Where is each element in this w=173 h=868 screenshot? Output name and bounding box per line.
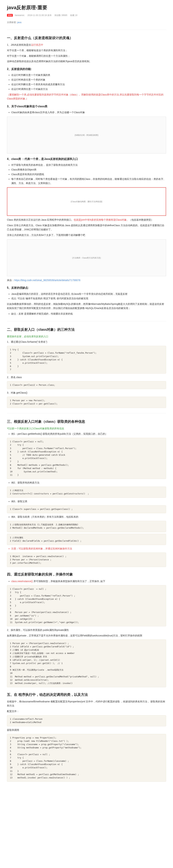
code-block-6: 1 Class<?> superclass = perClazz.getSupe… (7, 505, 166, 513)
highlight-text: 运行状态中 (31, 43, 43, 46)
code-block-7: 1 //获取当前类的所有方法 (1.只能是当前类 2.忽略访问修饰符限制) 2 … (7, 521, 166, 532)
code-block-3: 1 Person per = new Person(); 2 Class<?> … (7, 397, 166, 408)
paragraph: 1、JAVA反射机制是在运行状态中 (7, 43, 166, 47)
section-1-heading: 一、反射是什么（反射是框架设计的灵魂） (7, 35, 166, 41)
paragraph: 如果属性是private，正常情况下是不允许外界操作属性值，这里可以用Field… (7, 633, 166, 638)
list-item: 优点: 可以在 编译不知道类的 情况下使用, 使代码更加灵活自动的被实现 (11, 297, 166, 301)
category-label: 分类标签: (7, 21, 17, 24)
list-item-note: 注意：可以获取类的实例对象，并通过实例对象操作方法 (11, 547, 166, 551)
code-block-12: 1 classname=reflect.Person 2 methodname=… (7, 715, 166, 726)
code-block-10: 1 Class<?> perClazz = null ; 2 try { 3 p… (7, 585, 166, 626)
list-item: 在运行时调用任意一个对象的方法 (11, 87, 166, 91)
paragraph: 2、操作属性，可以操作类里面的 public属性和private属性 (7, 628, 166, 632)
divider (7, 413, 166, 413)
list-item: Class类是所有类的共同的图纸 (11, 173, 166, 177)
tip-text: 要想操作反射，必须先拿到反射的入口 (7, 335, 166, 339)
category-row: 分类标签: java (7, 21, 166, 24)
list-item: Java是编译再执行的语言，这样的语言并非是动态语言, 但Java有一个非常突出… (11, 292, 166, 296)
list-item: 在运行时判断任意一个对象所属的类 (11, 73, 166, 77)
list-item: 例2、获取所有的构造方法 (11, 481, 166, 485)
divider (7, 321, 166, 321)
code-block-2: 1 Class<?> perClazz2 = Person.class; (7, 381, 166, 389)
list-item: 缺点：反射 是需要解析才能完成的，性能要比非反射的低 (11, 312, 166, 316)
feature-list: 在运行时判断任意一个对象所属的类 在运行时构造任意一个类的对象 在运行时判断任意… (11, 73, 166, 91)
list-item: Class类继承自Object类 (11, 168, 166, 172)
list: 注意：可以获取类的实例对象，并通过实例对象操作方法 (11, 547, 166, 551)
list-item: 例1：perClazz.getMethods() 获取此类的所有public方法… (11, 432, 166, 436)
highlight-text: 也就是jvm中有N多的实例每个类都有该Class对象。 (74, 218, 129, 221)
list-item: 在运行时构造任意一个类的对象 (11, 78, 166, 82)
paragraph: Class 没有公共构造方法。Class 对象是在加载类时由 Java 虚拟机以… (7, 223, 166, 232)
source-link[interactable]: https://blog.csdn.net/sinat_38259539/art… (14, 279, 80, 282)
paragraph: 对于任意一个类，都能够知道这个类的所有属性和方法； (7, 49, 166, 53)
class-structure-diagram: [Class对象结构图 - 属性/方法/构造器] (7, 187, 166, 216)
list-item: 例3、获取父类 (11, 499, 166, 504)
paragraph: 3、对象.getClass() (7, 391, 166, 395)
list-item: 对于获取与类相关的各种信息， 提供了获取类信息的相关方法 (11, 163, 166, 167)
note-text: （要想解剖一个类,必须先要获取到该类的字节码文件对象（class）。而解剖使用的… (7, 93, 166, 101)
list: 对于获取与类相关的各种信息， 提供了获取类信息的相关方法 Class类继承自Ob… (11, 163, 166, 185)
code-block-4: 1 Class<?> perClazz = null; 2 try { 3 pe… (7, 438, 166, 479)
paragraph: 没有公共的构造方法，方法共有64个太多了。下面用到哪个就详解哪个吧 (7, 233, 166, 237)
highlight-text: class.newInstance() (11, 580, 33, 583)
paragraph: 配置文件： (7, 709, 166, 713)
loading-process-diagram: [加载的过程 - 类加载流程图] (7, 117, 166, 153)
paragraph: 对于任意一个对象，都能够调用它的任意一个方法和属性； (7, 54, 166, 58)
post-date: 2018-11-30 21:00:18 发布 (27, 14, 52, 17)
section-2-heading: 二、获取反射入口（class对象）的三种方法 (7, 327, 166, 333)
post-meta: 原创 liaowansic 2018-11-30 21:00:18 发布 阅读数… (7, 13, 166, 17)
list: 例4、获取当前类（只有本类的）所有方法和属性，包括私有的 (11, 515, 166, 519)
author[interactable]: liaowansic (15, 14, 24, 17)
paragraph: 这种动态获取的信息以及动态调用对象的方法的功能称为java语言的反射机制。 (7, 59, 166, 64)
list-item: 在运行时判断任意一个类所具有的成员变量和方法 (11, 83, 166, 87)
list: 缺点：反射 是需要解析才能完成的，性能要比非反射的低 (11, 312, 166, 316)
list: 例1：perClazz.getMethods() 获取此类的所有public方法… (11, 432, 166, 436)
collections-count: 收藏 19 (70, 14, 77, 17)
code-block-13: 1 Properties prop = new Properties(); 2 … (7, 734, 166, 782)
views-count: 阅读数 39585 (55, 14, 67, 17)
subsection-2-heading: 2、反射提供的功能: (7, 67, 166, 71)
list-item: 例4、获取当前类（只有本类的）所有方法和属性，包括私有的 (11, 515, 166, 519)
list-item: 每个类有自己的对象，同时每个类也看做是一个对象，有共同的图纸Class，存放类的… (11, 177, 166, 185)
list: 例3、获取父类 (11, 499, 166, 504)
list: class.newInstance() 并可强制转型，并根据具体类型操作属性和方… (11, 579, 166, 584)
tip-text: 可以获一个类的反射入口Class对象获取类的所有信息 (7, 427, 166, 431)
paragraph: 在框架中，将classname和methodname 都配置在配置文件prope… (7, 700, 166, 708)
subsection-5-heading: 5、反射的优缺点: (7, 285, 166, 290)
page-title: java反射原理-重要 (7, 3, 166, 12)
code-block-11: 1 Person per = (Person)perClazz.newInsta… (7, 640, 166, 687)
method-inheritance-diagram: [方法继承 - Class类方法列表示意] (7, 239, 166, 276)
code-block-9: 1 Object instance = perClazz.newInstance… (7, 553, 166, 567)
code-block-8: 1 //所有属性 2 Field[] declaredFields = perC… (7, 534, 166, 545)
paragraph: Class 类的实例表示正在运行的 Java 应用程序中的类和接口。也就是jvm… (7, 218, 166, 222)
code-block-1: 1 try { 2 Class<?> perClazz = Class.forN… (7, 346, 166, 374)
paragraph: 2、类名.class (7, 375, 166, 379)
section-3-heading: 三、根据反射入口对象（class）获取类的各种信息 (7, 418, 166, 425)
list-item: Class对象的由来是将class文件读入内存，并为之创建一个Class对象 (11, 111, 166, 115)
list-item: class.newInstance() 并可强制转型，并根据具体类型操作属性和方… (11, 579, 166, 584)
paragraph: 比如加载数据库驱动的，用到的也是反射，例如加载MySQL的驱动类，然而像Hibe… (7, 302, 166, 310)
source-link-row: 来自：https://blog.csdn.net/sinat_38259539/… (7, 278, 166, 282)
list: Class对象的由来是将class文件读入内存，并为之创建一个Class对象 (11, 111, 166, 115)
list: Java是编译再执行的语言，这样的语言并非是动态语言, 但Java有一个非常突出… (11, 292, 166, 301)
section-5-heading: 五、在 程序执行中，动态的决定调用的类，以及方法 (7, 692, 166, 698)
code-block-5: 1 //构造方法 2 Constructor<?>[] constructors… (7, 487, 166, 498)
category-link[interactable]: java (17, 21, 21, 24)
paragraph: 1、通过通过Class.forName("全类名") (7, 340, 166, 344)
subsection-3-heading: 3、关于class对象和这个class类 (7, 104, 166, 109)
list: 例2、获取所有的构造方法 (11, 481, 166, 485)
section-4-heading: 四、通过反射获取对象的实例，并操作对象 (7, 571, 166, 577)
original-badge: 原创 (7, 14, 13, 17)
paragraph: 获取和调用 (7, 728, 166, 732)
subsection-4-heading: 4、class类 ：代表一个类，是Java反射机制的起源和入口 (7, 157, 166, 161)
